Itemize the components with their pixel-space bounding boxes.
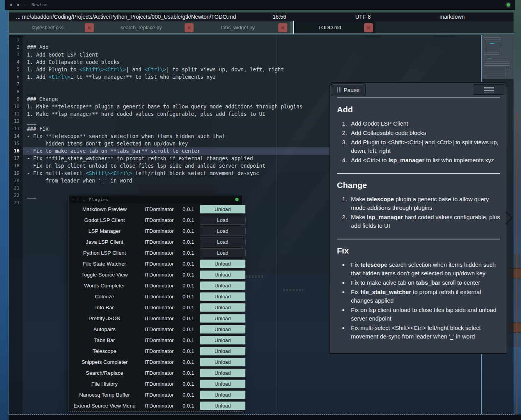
markdown-list-item: Fix to make acive tab on tabs_bar scroll… [349,278,500,287]
line-number: 22 [9,192,23,199]
plugin-author: ITDominator [139,337,179,343]
plugin-version: 0.0.1 [179,326,197,332]
load-plugin-button[interactable]: Load [200,227,246,236]
minimap[interactable] [482,35,514,79]
line-number: 15 [9,140,23,147]
line-number: 20 [9,177,23,184]
code-line: 2### Add [9,44,481,51]
plugin-author: ITDominator [139,283,179,289]
tab-tabs_widget.py[interactable]: tabs_widget.py✕ [196,21,290,34]
code-line: 51. Add Plugin to <Shift\><Ctrl\>| and <… [9,66,481,73]
tab-TODO.md[interactable]: TODO.md✕ [294,21,376,34]
plugin-name: File State Watcher [70,261,139,267]
tab-close-icon[interactable]: ✕ [85,23,94,32]
line-number: 18 [9,162,23,170]
unload-plugin-button[interactable]: Unload [200,401,246,410]
line-number: 11 [9,110,23,118]
preview-menu-button[interactable] [473,84,505,95]
unload-plugin-button[interactable]: Unload [200,314,246,323]
plugin-row: Nanoesq Temp BufferITDominator0.0.1Unloa… [69,389,242,400]
line-number: 4 [9,58,23,66]
line-number: 7 [9,81,23,88]
load-plugin-button[interactable]: Load [200,216,246,225]
unload-plugin-button[interactable]: Unload [200,270,246,279]
plugin-version: 0.0.1 [179,392,197,398]
plugin-row: Search/ReplaceITDominator0.0.1Unload [69,367,242,378]
hamburger-icon [484,87,494,92]
wallpaper-edge [0,0,9,420]
minimap-highlight [490,43,494,44]
encoding-label: UTF-8 [355,12,371,21]
unload-plugin-button[interactable]: Unload [200,358,246,367]
line-number: 6 [9,73,23,81]
markdown-list-item: Fix file_state_watcher to prompt refrsh … [349,288,500,305]
plugin-author: ITDominator [139,294,179,299]
window-title: Newton [32,3,48,7]
window-titlebar[interactable]: ∷ ∷ ‥ Newton [5,0,515,10]
unload-plugin-button[interactable]: Unload [200,281,246,290]
code-line: 41. Add Collapsable code blocks [9,58,481,66]
tab-close-icon[interactable]: ✕ [364,23,373,32]
plugin-row: Markdown PreviewITDominator0.0.1Unload [69,204,242,214]
tab-stylesheet.css[interactable]: stylesheet.css✕ [9,21,96,34]
window-dots-icon: ∷ ∷ ‥ [72,198,86,201]
unload-plugin-button[interactable]: Unload [200,325,246,334]
plugin-row: Godot LSP ClientITDominator0.0.1Load [69,214,242,225]
unload-plugin-button[interactable]: Unload [200,369,246,377]
tab-search_replace.py[interactable]: search_replace.py✕ [96,21,196,34]
file-path: ... me/abaddon/Coding/Projects/Active/Py… [16,12,236,21]
plugins-window-titlebar[interactable]: ∷ ∷ ‥ Plugins [69,195,242,204]
tab-label: tabs_widget.py [221,25,255,30]
plugin-author: ITDominator [139,315,179,321]
markdown-list-item: Fix multi-select <Shift><Ctrl> left/righ… [349,324,500,341]
code-text: 1. Add Plugin to <Shift\><Ctrl\>| and <C… [23,66,481,73]
plugin-name: Words Completer [70,283,139,289]
unload-plugin-button[interactable]: Unload [200,259,246,268]
line-number: 1 [9,36,23,44]
unload-plugin-button[interactable]: Unload [200,303,246,312]
tab-close-icon[interactable]: ✕ [278,23,287,32]
plugin-author: ITDominator [139,250,179,256]
unload-plugin-button[interactable]: Unload [200,205,246,214]
plugin-name: Tabs Bar [70,337,139,343]
tab-close-icon[interactable]: ✕ [184,23,194,32]
line-number: 23 [9,199,23,207]
load-plugin-button[interactable]: Load [200,237,246,246]
code-text: 1. Add <Ctrl\>i to **lsp_manager** to li… [23,73,481,81]
window-status-dot [507,3,510,7]
unload-plugin-button[interactable]: Unload [200,336,246,345]
plugin-row: File HistoryITDominator0.0.1Unload [69,378,242,389]
plugin-row: ColorizeITDominator0.0.1Unload [69,291,242,302]
unload-plugin-button[interactable]: Unload [200,390,246,399]
plugin-name: Python LSP Client [70,250,139,256]
unload-plugin-button[interactable]: Unload [200,292,246,301]
markdown-preview-panel: Pause AddAdd Godot LSP ClientAdd Collaps… [330,82,507,354]
line-number: 14 [9,133,23,140]
plugin-author: ITDominator [139,206,179,212]
plugin-name: Extend Source View Menu [70,403,139,409]
line-number: 16 [9,147,23,155]
plugin-name: Snippets Completer [70,359,139,365]
plugin-author: ITDominator [139,381,179,387]
unload-plugin-button[interactable]: Unload [200,347,246,356]
unload-plugin-button[interactable]: Unload [200,379,246,388]
line-number: 8 [9,88,23,96]
rendered-markdown: AddAdd Godot LSP ClientAdd Collapsable c… [330,97,507,341]
markdown-list: Add Godot LSP ClientAdd Collapsable code… [337,119,500,165]
code-text: ### Add [23,44,481,51]
code-line: 31. Add Godot LSP Client [9,51,481,58]
load-plugin-button[interactable]: Load [200,248,246,257]
markdown-list-item: Add Collapsable code blocks [349,129,500,137]
plugin-version: 0.0.1 [179,250,197,256]
plugin-version: 0.0.1 [179,272,197,278]
plugin-author: ITDominator [139,239,179,245]
plugin-name: LSP Manager [70,228,139,234]
tab-label: search_replace.py [121,25,162,30]
tab-bar-empty-area [376,21,514,34]
line-number: 3 [9,51,23,58]
wallpaper-pole [516,113,517,415]
pause-button[interactable]: Pause [331,84,365,96]
line-number: 10 [9,103,23,110]
minimap-highlight [487,58,491,59]
code-line: 1___ [9,36,481,44]
